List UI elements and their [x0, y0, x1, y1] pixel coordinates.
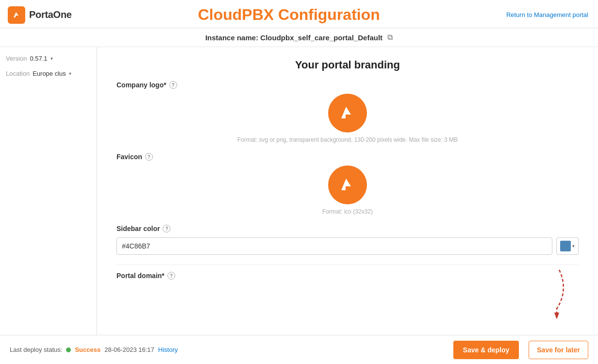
favicon-circle[interactable]	[328, 165, 367, 204]
color-swatch-button[interactable]: ▾	[556, 237, 579, 255]
version-value: 0.57.1	[30, 55, 47, 62]
company-logo-label: Company logo*	[116, 81, 166, 89]
logo-area: PortaOne	[8, 6, 72, 24]
portal-domain-help-icon[interactable]: ?	[167, 272, 175, 280]
sidebar-color-label-row: Sidebar color ?	[116, 225, 579, 232]
history-link[interactable]: History	[158, 346, 178, 353]
sidebar-color-field-group: ▾	[116, 237, 579, 255]
portal-domain-section: Portal domain* ?	[116, 265, 579, 280]
copy-instance-name-icon[interactable]: ⧉	[387, 33, 393, 42]
return-to-management-link[interactable]: Return to Management portal	[506, 11, 588, 18]
save-and-deploy-button[interactable]: Save & deploy	[453, 341, 519, 359]
favicon-help-icon[interactable]: ?	[145, 153, 153, 161]
body-layout: Version 0.57.1 ▾ Location Europe clus ▾ …	[0, 47, 598, 364]
sidebar-color-label: Sidebar color	[116, 225, 160, 232]
company-logo-label-row: Company logo* ?	[116, 81, 579, 89]
top-header: PortaOne CloudPBX Configuration Return t…	[0, 0, 598, 28]
svg-rect-3	[346, 115, 349, 118]
swatch-dropdown-icon: ▾	[572, 244, 575, 248]
deploy-status-label: Last deploy status:	[10, 346, 62, 353]
version-label: Version	[6, 55, 27, 62]
status-dot-icon	[66, 347, 71, 352]
portaone-logo-icon	[8, 6, 25, 24]
section-title: Your portal branding	[116, 59, 579, 71]
sidebar-color-group: Sidebar color ? ▾	[116, 225, 579, 255]
color-swatch-preview	[560, 241, 571, 251]
logo-text: PortaOne	[29, 9, 72, 20]
company-logo-help-icon[interactable]: ?	[169, 81, 177, 89]
sidebar: Version 0.57.1 ▾ Location Europe clus ▾	[0, 47, 97, 364]
main-content: Your portal branding Company logo* ?	[97, 47, 598, 364]
sidebar-color-input[interactable]	[116, 237, 552, 255]
portal-domain-label-row: Portal domain* ?	[116, 272, 579, 280]
svg-marker-6	[554, 313, 559, 319]
location-dropdown-icon[interactable]: ▾	[69, 71, 71, 76]
company-logo-circle[interactable]	[328, 94, 367, 132]
sub-header: Instance name: Cloudpbx_self_care_portal…	[0, 28, 598, 47]
favicon-group: Favicon ? Format: ico (32x32)	[116, 153, 579, 215]
status-success-value: Success	[75, 346, 100, 353]
company-logo-upload-area[interactable]: Format: svg or png, transparent backgrou…	[116, 94, 579, 143]
status-time: 28-06-2023 16:17	[104, 346, 154, 353]
bottom-bar: Last deploy status: Success 28-06-2023 1…	[0, 335, 598, 364]
page-title: CloudPBX Configuration	[72, 6, 506, 24]
company-logo-group: Company logo* ? Format: svg or png, tran…	[116, 81, 579, 143]
version-row: Version 0.57.1 ▾	[6, 55, 91, 62]
portal-domain-label: Portal domain*	[116, 272, 165, 280]
instance-label-text: Instance name: Cloudpbx_self_care_portal…	[205, 33, 382, 42]
save-for-later-button[interactable]: Save for later	[529, 341, 588, 359]
favicon-label: Favicon	[116, 153, 142, 161]
svg-rect-5	[346, 186, 349, 190]
svg-rect-1	[16, 16, 17, 17]
deploy-status-area: Last deploy status: Success 28-06-2023 1…	[10, 346, 178, 353]
sidebar-color-help-icon[interactable]: ?	[163, 225, 170, 232]
location-row: Location Europe clus ▾	[6, 70, 91, 77]
favicon-format-hint: Format: ico (32x32)	[322, 208, 373, 215]
version-dropdown-icon[interactable]: ▾	[50, 56, 53, 61]
location-label: Location	[6, 70, 30, 77]
location-value[interactable]: Europe clus	[33, 70, 66, 77]
company-logo-format-hint: Format: svg or png, transparent backgrou…	[237, 136, 458, 143]
favicon-label-row: Favicon ?	[116, 153, 579, 161]
favicon-upload-area[interactable]: Format: ico (32x32)	[116, 165, 579, 215]
